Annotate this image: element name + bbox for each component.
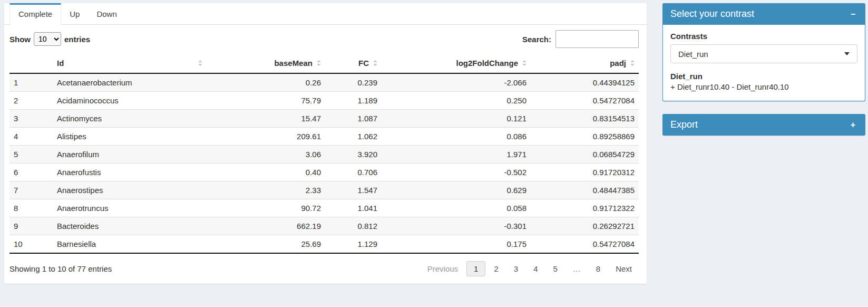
table-row[interactable]: 8 Anaerotruncus 90.72 1.041 0.058 0.9171…	[9, 199, 639, 217]
column-header-fc[interactable]: FC	[325, 53, 382, 73]
search-control: Search:	[522, 30, 639, 48]
contrast-box-title: Select your contrast	[670, 8, 754, 20]
sort-icon	[630, 60, 635, 66]
tab-complete[interactable]: Complete	[9, 3, 61, 25]
column-header-basemean[interactable]: baseMean	[207, 53, 325, 73]
entries-label: entries	[64, 35, 90, 44]
pagination: Previous 1 2 3 4 5 … 8 Next	[419, 261, 639, 276]
table-row[interactable]: 7 Anaerostipes 2.33 1.547 0.629 0.484473…	[9, 181, 639, 199]
search-input[interactable]	[555, 30, 639, 48]
contrasts-label: Contrasts	[670, 32, 857, 41]
contrast-box: Select your contrast − Contrasts Diet_ru…	[662, 3, 865, 101]
contrasts-select[interactable]: Diet_run	[670, 44, 857, 63]
pagination-page-5[interactable]: 5	[546, 262, 564, 276]
collapse-plus-icon[interactable]: +	[849, 120, 857, 130]
table-row[interactable]: 9 Bacteroides 662.19 0.812 -0.301 0.2629…	[9, 217, 639, 235]
sort-icon	[317, 60, 321, 66]
table-controls: Show 10 entries Search:	[9, 30, 639, 48]
column-header-padj[interactable]: padj	[531, 53, 639, 73]
results-table: Id baseMean FC log2FoldChange	[9, 53, 639, 254]
table-row[interactable]: 1 Acetanaerobacterium 0.26 0.239 -2.066 …	[9, 73, 639, 92]
contrast-formula: + Diet_runr10.40 - Diet_runr40.10	[670, 82, 857, 91]
table-row[interactable]: 10 Barnesiella 25.69 1.129 0.175 0.54727…	[9, 235, 639, 254]
contrast-box-header: Select your contrast −	[662, 3, 865, 25]
pagination-next[interactable]: Next	[609, 262, 639, 276]
search-label: Search:	[522, 35, 551, 44]
contrast-name: Diet_run	[670, 72, 857, 81]
export-box-header: Export +	[662, 114, 865, 136]
pagination-page-2[interactable]: 2	[487, 262, 505, 276]
contrast-box-body: Contrasts Diet_run Diet_run + Diet_runr1…	[662, 25, 865, 101]
sort-icon	[373, 60, 377, 66]
export-box-title: Export	[670, 119, 698, 130]
table-row[interactable]: 5 Anaerofilum 3.06 3.920 1.971 0.0685472…	[9, 146, 639, 164]
table-row[interactable]: 3 Actinomyces 15.47 1.087 0.121 0.831545…	[9, 110, 639, 128]
contrasts-select-value: Diet_run	[678, 50, 708, 59]
page-length-control: Show 10 entries	[9, 32, 90, 46]
page: Complete Up Down Show 10 entries Search:	[0, 0, 868, 307]
collapse-minus-icon[interactable]: −	[849, 9, 857, 20]
tab-content: Show 10 entries Search:	[4, 25, 647, 284]
table-row[interactable]: 6 Anaerofustis 0.40 0.706 -0.502 0.91720…	[9, 164, 639, 181]
pagination-page-8[interactable]: 8	[589, 262, 607, 276]
sort-icon	[198, 60, 202, 66]
header-row: Id baseMean FC log2FoldChange	[9, 53, 639, 73]
column-header-index	[9, 53, 53, 73]
results-tabbox: Complete Up Down Show 10 entries Search:	[4, 3, 647, 284]
tab-up[interactable]: Up	[61, 3, 88, 25]
column-header-id[interactable]: Id	[53, 53, 207, 73]
page-length-select[interactable]: 10	[34, 32, 61, 46]
column-header-log2foldchange[interactable]: log2FoldChange	[382, 53, 531, 73]
table-row[interactable]: 4 Alistipes 209.61 1.062 0.086 0.8925886…	[9, 128, 639, 146]
chevron-down-icon	[844, 52, 850, 55]
pagination-ellipsis: …	[566, 262, 588, 276]
sort-icon	[522, 60, 526, 66]
pagination-previous[interactable]: Previous	[421, 262, 465, 276]
pagination-page-1[interactable]: 1	[466, 261, 485, 276]
pagination-page-4[interactable]: 4	[526, 262, 544, 276]
export-box: Export +	[662, 114, 865, 136]
table-footer: Showing 1 to 10 of 77 entries Previous 1…	[9, 254, 639, 276]
sidebar: Select your contrast − Contrasts Diet_ru…	[662, 3, 865, 136]
tab-down[interactable]: Down	[88, 3, 125, 25]
table-row[interactable]: 2 Acidaminococcus 75.79 1.189 0.250 0.54…	[9, 92, 639, 110]
pagination-page-3[interactable]: 3	[507, 262, 525, 276]
table-info: Showing 1 to 10 of 77 entries	[9, 264, 112, 273]
show-label: Show	[9, 35, 31, 44]
tab-bar: Complete Up Down	[4, 3, 647, 25]
